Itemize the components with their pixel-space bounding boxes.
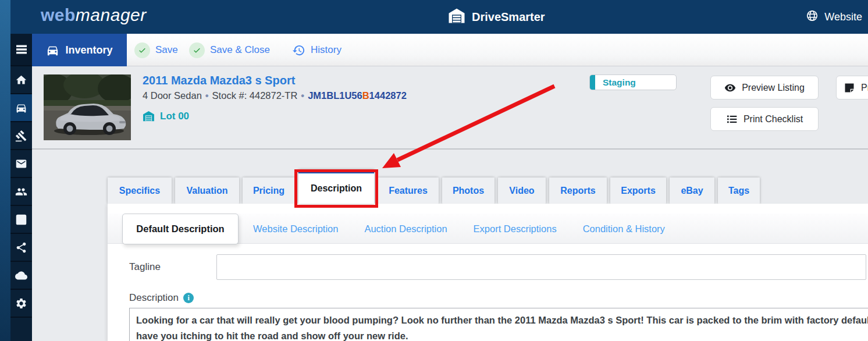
status-badge-bar (590, 75, 595, 90)
dealership-brand: DriveSmarter (448, 0, 545, 34)
car-icon (46, 44, 59, 57)
save-and-close-label: Save & Close (210, 44, 270, 56)
vehicle-tabs: Specifics Valuation Pricing Description … (108, 177, 760, 204)
description-label-row: Description i (129, 292, 194, 304)
tab-photos[interactable]: Photos (442, 177, 495, 204)
sidebar-item-cloud[interactable] (10, 262, 32, 290)
subtab-website-description[interactable]: Website Description (253, 223, 338, 235)
share-icon (15, 241, 27, 254)
inventory-tab[interactable]: Inventory (32, 34, 127, 66)
print-button-label: Pri (861, 83, 868, 93)
vehicle-title[interactable]: 2011 Mazda Mazda3 s Sport (143, 74, 295, 87)
mail-icon (15, 158, 27, 170)
logo-manager: manager (76, 5, 147, 24)
print-button[interactable]: Pri (836, 76, 868, 100)
numbered-list-icon (726, 113, 738, 125)
tab-ebay[interactable]: eBay (670, 177, 714, 204)
bullet-separator: • (202, 90, 212, 101)
preview-listing-button[interactable]: Preview Listing (710, 76, 819, 100)
status-badge[interactable]: Staging (589, 74, 677, 90)
bullet-separator: • (297, 90, 308, 101)
history-button[interactable]: History (292, 34, 341, 66)
webmanager-app: webmanager DriveSmarter Website (0, 0, 868, 341)
garage-icon (448, 7, 465, 27)
subtab-auction-description[interactable]: Auction Description (364, 223, 447, 235)
info-icon[interactable]: i (183, 293, 194, 303)
sidebar-item-home[interactable] (10, 66, 32, 94)
eye-icon (724, 82, 736, 94)
description-label: Description (129, 292, 179, 304)
sidebar-item-customers[interactable] (10, 178, 32, 206)
subtab-export-descriptions[interactable]: Export Descriptions (474, 223, 557, 235)
sidebar-item-messages[interactable] (10, 150, 32, 178)
body-style: 4 Door Sedan (143, 90, 202, 101)
status-label: Staging (595, 77, 636, 88)
action-toolbar: Inventory Save Save & Close History (32, 34, 868, 66)
save-button[interactable]: Save (134, 34, 178, 66)
sidebar-item-share[interactable] (10, 234, 32, 262)
vin-check-digit: B (362, 90, 369, 101)
history-label: History (311, 44, 341, 56)
tab-description-label: Description (311, 183, 362, 194)
check-icon (189, 42, 205, 58)
home-icon (15, 74, 27, 86)
tab-tags[interactable]: Tags (718, 177, 760, 204)
section-divider (32, 148, 868, 150)
tab-valuation[interactable]: Valuation (175, 177, 239, 204)
sidebar-item-menu[interactable] (10, 34, 32, 66)
sidebar-item-reports[interactable] (10, 206, 32, 234)
gear-icon (15, 297, 27, 310)
users-icon (15, 186, 27, 198)
stock-number: Stock #: 442872-TR (212, 90, 298, 101)
subtab-default-description[interactable]: Default Description (122, 214, 239, 244)
hamburger-menu-icon (15, 42, 29, 56)
tagline-input[interactable] (216, 254, 866, 280)
tab-reports[interactable]: Reports (549, 177, 607, 204)
website-link[interactable]: Website (806, 0, 862, 34)
lot-label: Lot 00 (160, 111, 189, 122)
tab-specifics[interactable]: Specifics (108, 177, 172, 204)
print-checklist-label: Print Checklist (744, 114, 803, 125)
tab-features[interactable]: Features (378, 177, 439, 204)
vin-prefix: JM1BL1U56 (308, 90, 362, 101)
gavel-icon (15, 130, 27, 142)
subtab-links: Website Description Auction Description … (253, 214, 665, 244)
save-and-close-button[interactable]: Save & Close (189, 34, 270, 66)
tab-pricing[interactable]: Pricing (243, 177, 295, 204)
tagline-label: Tagline (129, 261, 161, 273)
subtab-condition-history[interactable]: Condition & History (583, 223, 665, 235)
vehicle-photo[interactable] (44, 74, 131, 140)
history-icon (292, 44, 305, 57)
line-chart-icon (15, 214, 27, 226)
description-panel: Default Description Website Description … (108, 204, 868, 341)
sidebar-item-auctions[interactable] (10, 122, 32, 150)
check-icon (134, 42, 150, 58)
lot-location: Lot 00 (143, 110, 189, 122)
tab-video[interactable]: Video (498, 177, 546, 204)
garage-icon (143, 110, 155, 122)
tab-description[interactable]: Description (298, 169, 374, 204)
sidebar-nav (10, 34, 32, 341)
top-header: webmanager DriveSmarter Website (10, 0, 868, 34)
sidebar-item-inventory[interactable] (10, 94, 32, 122)
dealership-name: DriveSmarter (472, 10, 545, 24)
tab-exports[interactable]: Exports (610, 177, 666, 204)
save-label: Save (155, 44, 178, 56)
website-label: Website (824, 11, 862, 23)
inventory-label: Inventory (65, 44, 112, 56)
vehicle-info-line: 4 Door Sedan•Stock #: 442872-TR•JM1BL1U5… (143, 90, 407, 101)
vin-suffix: 1442872 (369, 90, 407, 101)
note-icon (844, 82, 855, 94)
description-text-line1: Looking for a car that will really get y… (136, 312, 868, 328)
logo-web: web (41, 5, 76, 24)
description-textarea[interactable]: Looking for a car that will really get y… (129, 308, 868, 341)
left-rail (0, 0, 10, 341)
print-checklist-button[interactable]: Print Checklist (710, 107, 819, 131)
preview-listing-label: Preview Listing (742, 83, 805, 93)
app-logo: webmanager (41, 5, 147, 25)
description-text-line2: have you itching to hit the road and sho… (136, 328, 868, 341)
cloud-icon (15, 269, 27, 282)
sidebar-item-settings[interactable] (10, 290, 32, 318)
car-icon (15, 102, 27, 114)
globe-icon (806, 9, 819, 25)
